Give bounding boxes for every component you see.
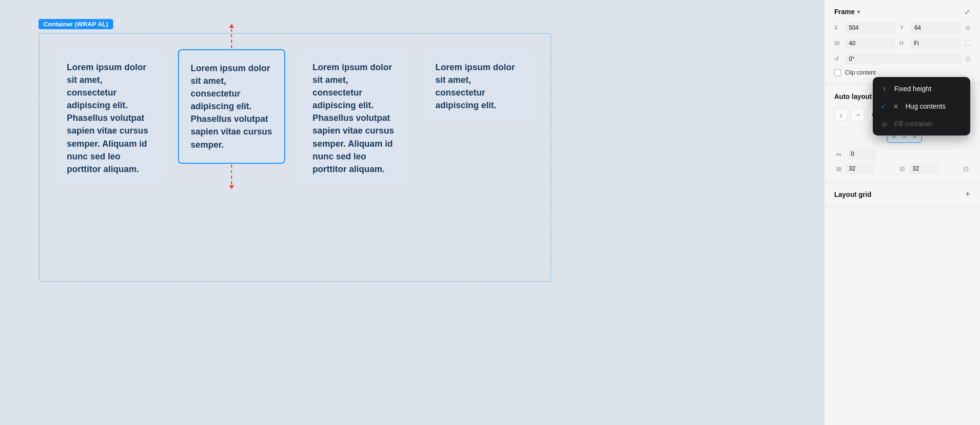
card-1-text: Lorem ipsum dolor sit amet, consectetur … [67, 61, 151, 175]
card-3-text: Lorem ipsum dolor sit amet, consectetur … [313, 61, 396, 175]
x-value[interactable]: 504 [845, 22, 896, 33]
dashed-line-top [231, 29, 232, 48]
plus-icon[interactable]: + [965, 189, 970, 199]
dropdown-item-fill: ◇ Fill container [873, 115, 970, 133]
y-value[interactable]: 64 [911, 22, 962, 33]
w-group: W 40 [834, 38, 896, 49]
al-pad-v-icon: ⊟ [898, 165, 907, 173]
al-pad-h-icon: ⊞ [834, 165, 843, 173]
rot-label: ↺ [834, 56, 843, 62]
autolayout-title: Auto layout [834, 93, 872, 100]
x-group: X 504 [834, 22, 896, 33]
y-group: Y 64 [900, 22, 962, 33]
fixed-height-icon: I [881, 85, 888, 93]
al-pad-v-value[interactable]: 32 [909, 163, 938, 174]
w-label: W [834, 40, 843, 47]
frame-section: Frame ▾ ⤢ X 504 Y 64 ⊞ W 40 H [824, 0, 980, 84]
layoutgrid-header: Layout grid + [834, 189, 970, 199]
frame-container[interactable]: Container (WRAP AL) Lorem ipsum dolor si… [39, 33, 551, 282]
card-4-text: Lorem ipsum dolor sit amet, consectetur … [435, 61, 519, 112]
hug-check-icon: ✓ [881, 103, 886, 110]
card-2-text: Lorem ipsum dolor sit amet, consectetur … [191, 62, 273, 151]
al-down-btn[interactable]: ↓ [834, 108, 848, 121]
chevron-down-icon: ▾ [857, 9, 860, 15]
card-3[interactable]: Lorem ipsum dolor sit amet, consectetur … [301, 49, 408, 187]
dashed-line-bottom [231, 165, 232, 184]
card-1[interactable]: Lorem ipsum dolor sit amet, consectetur … [55, 49, 162, 187]
constrain-icon: ⛶ [964, 40, 970, 47]
panel-title: Frame ▾ [834, 8, 860, 16]
dropdown-menu: I Fixed height ✓ ✕ Hug contents ◇ Fill c… [873, 77, 970, 135]
selected-card-wrapper: Lorem ipsum dolor sit amet, consectetur … [178, 49, 285, 164]
dropdown-item-hug[interactable]: ✓ ✕ Hug contents [873, 97, 970, 115]
coord-icon: ⊞ [965, 24, 970, 31]
hug-contents-icon: ✕ [892, 103, 900, 110]
rotation-row: ↺ 0° ⊡ [834, 54, 970, 64]
fill-container-label: Fill container [894, 120, 962, 128]
arrow-top [229, 24, 234, 48]
frame-label: Container (WRAP AL) [39, 19, 113, 29]
resize-icon[interactable]: ⤢ [964, 8, 970, 16]
wh-row: W 40 H Fi ⛶ [834, 38, 970, 49]
arrow-head-up [229, 24, 234, 28]
clip-checkbox[interactable] [834, 69, 841, 76]
right-panel: Frame ▾ ⤢ X 504 Y 64 ⊞ W 40 H [824, 0, 980, 425]
al-pad-h-group: ⊞ 32 [834, 163, 894, 174]
w-value[interactable]: 40 [845, 38, 896, 49]
layoutgrid-section: Layout grid + [824, 182, 980, 207]
al-pad-row: ⊞ 32 ⊟ 32 ⊡ [834, 163, 970, 174]
al-corner-icon: ⊡ [961, 165, 970, 173]
corner-icon: ⊡ [965, 56, 970, 62]
al-right-btn[interactable]: → [851, 108, 864, 121]
al-spacing-icon: ⇔ [834, 151, 843, 158]
al-props: ⇔ 0 ⊞ 32 ⊟ 32 ⊡ [834, 149, 970, 174]
al-spacing-row: ⇔ 0 [834, 149, 970, 159]
al-spacing-value[interactable]: 0 [847, 149, 876, 159]
xy-row: X 504 Y 64 ⊞ [834, 22, 970, 33]
h-label: H [900, 40, 908, 47]
card-4[interactable]: Lorem ipsum dolor sit amet, consectetur … [424, 49, 531, 123]
fill-container-icon: ◇ [881, 120, 888, 128]
y-label: Y [900, 24, 909, 31]
canvas: Container (WRAP AL) Lorem ipsum dolor si… [0, 0, 824, 425]
x-label: X [834, 24, 843, 31]
hug-contents-label: Hug contents [905, 102, 962, 110]
fixed-height-label: Fixed height [894, 85, 962, 93]
card-2[interactable]: Lorem ipsum dolor sit amet, consectetur … [178, 49, 285, 164]
dropdown-item-fixed[interactable]: I Fixed height [873, 80, 970, 97]
clip-row: Clip content [834, 69, 970, 76]
clip-label: Clip content [845, 69, 876, 76]
panel-title-text: Frame [834, 8, 855, 16]
h-group: H Fi [900, 38, 961, 49]
panel-header: Frame ▾ ⤢ [834, 8, 970, 16]
h-value[interactable]: Fi [910, 38, 961, 49]
al-pad-v-group: ⊟ 32 [898, 163, 958, 174]
cards-wrapper: Lorem ipsum dolor sit amet, consectetur … [39, 34, 550, 203]
arrow-head-down [229, 185, 234, 189]
arrow-bottom [229, 165, 234, 189]
rot-value[interactable]: 0° [845, 54, 961, 64]
rot-group: ↺ 0° [834, 54, 961, 64]
layoutgrid-title: Layout grid [834, 191, 871, 198]
al-pad-h-value[interactable]: 32 [845, 163, 874, 174]
